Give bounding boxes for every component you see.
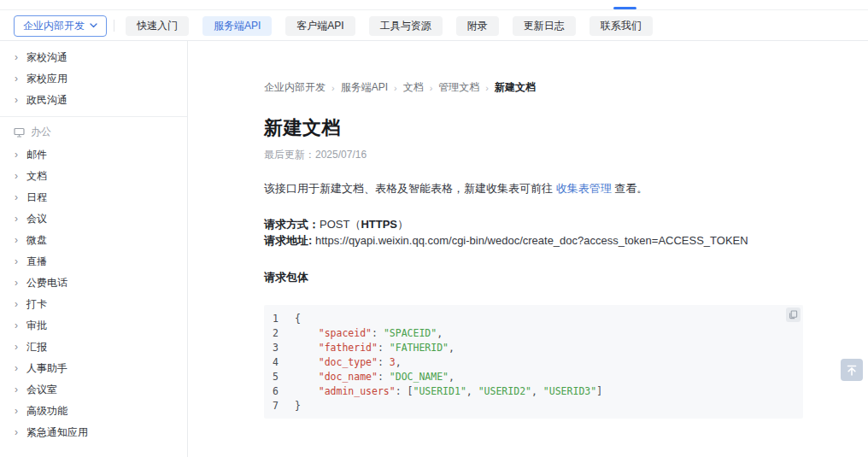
- code-block: 1{2 "spaceid": "SPACEID",3 "fatherid": "…: [264, 305, 803, 419]
- request-info: 请求方式：POST（HTTPS） 请求地址: https://qyapi.wei…: [264, 216, 868, 249]
- sidebar-item-label: 邮件: [26, 148, 47, 162]
- line-number: 5: [273, 370, 295, 384]
- sidebar-item-label: 会议室: [26, 383, 57, 397]
- sidebar-item[interactable]: ›人事助手: [0, 358, 187, 379]
- chevron-right-icon: ›: [15, 277, 26, 289]
- code-text: "spaceid": "SPACEID",: [295, 326, 443, 341]
- code-text: {: [295, 312, 301, 326]
- sidebar-item[interactable]: ›打卡: [0, 294, 187, 315]
- breadcrumb-separator: ›: [331, 83, 335, 93]
- code-token: "DOC_NAME": [390, 371, 449, 383]
- tab-appendix[interactable]: 附录: [456, 16, 499, 36]
- sidebar-item-label: 紧急通知应用: [26, 425, 88, 440]
- code-token: ,: [531, 385, 543, 397]
- sidebar-item[interactable]: ›文档: [0, 166, 187, 187]
- copy-icon: [789, 310, 798, 319]
- request-protocol: HTTPS: [361, 218, 397, 231]
- code-line: 5 "doc_name": "DOC_NAME",: [273, 370, 803, 384]
- sidebar-group-top: ›家校沟通›家校应用›政民沟通: [0, 47, 187, 111]
- chevron-right-icon: ›: [15, 51, 26, 63]
- code-token: : [: [396, 385, 413, 397]
- sidebar-item[interactable]: ›会议: [0, 208, 187, 230]
- code-token: [295, 385, 319, 397]
- sidebar-item-label: 日程: [26, 190, 47, 205]
- sidebar-item[interactable]: ›紧急通知应用: [0, 422, 187, 443]
- breadcrumb-item[interactable]: 文档: [403, 80, 424, 95]
- sidebar-item-label: 审批: [26, 319, 47, 333]
- code-token: ,: [449, 342, 455, 354]
- back-to-top-button[interactable]: [841, 359, 863, 381]
- line-number: 1: [273, 312, 295, 326]
- copy-button[interactable]: [786, 308, 801, 322]
- primary-nav-strip: [0, 0, 868, 10]
- breadcrumb-item[interactable]: 管理文档: [438, 80, 479, 95]
- code-token: ,: [466, 385, 478, 397]
- code-token: "spaceid": [319, 327, 372, 339]
- breadcrumb-separator: ›: [485, 83, 489, 93]
- code-token: ,: [437, 327, 443, 339]
- sidebar-item[interactable]: ›微盘: [0, 230, 187, 251]
- chevron-right-icon: ›: [15, 73, 26, 85]
- sidebar-item[interactable]: ›邮件: [0, 144, 187, 166]
- code-token: [295, 327, 319, 339]
- code-token: "doc_type": [319, 356, 378, 368]
- collect-form-link[interactable]: 收集表管理: [556, 182, 612, 195]
- code-text: "doc_type": 3,: [295, 355, 402, 370]
- breadcrumb-item[interactable]: 服务端API: [341, 80, 388, 95]
- code-token: "USERID2": [478, 385, 531, 397]
- sidebar-item-label: 高级功能: [26, 404, 67, 419]
- code-token: ,: [449, 371, 455, 383]
- sidebar-item[interactable]: ›家校应用: [0, 68, 187, 90]
- tab-quick-start[interactable]: 快速入门: [126, 16, 189, 36]
- tab-client-api[interactable]: 客户端API: [285, 16, 355, 36]
- tab-contact-us[interactable]: 联系我们: [589, 16, 653, 36]
- chevron-right-icon: ›: [15, 384, 26, 395]
- code-text: "fatherid": "FATHERID",: [295, 341, 455, 355]
- request-url-line: 请求地址: https://qyapi.weixin.qq.com/cgi-bi…: [264, 232, 868, 249]
- code-token: :: [378, 342, 390, 354]
- code-token: :: [378, 356, 390, 368]
- sidebar-item[interactable]: ›汇报: [0, 337, 187, 358]
- chevron-right-icon: ›: [15, 170, 26, 182]
- request-url-value: https://qyapi.weixin.qq.com/cgi-bin/wedo…: [312, 234, 748, 247]
- breadcrumb-item[interactable]: 企业内部开发: [264, 80, 326, 95]
- chevron-right-icon: ›: [15, 426, 26, 438]
- sidebar-item[interactable]: ›政民沟通: [0, 90, 187, 111]
- breadcrumb-current: 新建文档: [495, 80, 536, 95]
- sidebar-item[interactable]: ›家校沟通: [0, 47, 187, 68]
- sidebar-item[interactable]: ›审批: [0, 315, 187, 337]
- sidebar-section-office: 办公: [0, 121, 187, 143]
- intro-paragraph: 该接口用于新建文档、表格及智能表格，新建收集表可前往 收集表管理 查看。: [264, 181, 868, 196]
- breadcrumb-separator: ›: [394, 83, 397, 93]
- sidebar-item[interactable]: ›高级功能: [0, 401, 187, 422]
- chevron-right-icon: ›: [15, 213, 26, 225]
- sidebar-item-label: 家校沟通: [26, 50, 67, 65]
- sidebar-item-label: 文档: [26, 169, 47, 184]
- sidebar-item[interactable]: ›公费电话: [0, 272, 187, 294]
- code-text: "doc_name": "DOC_NAME",: [295, 370, 455, 384]
- edition-dropdown[interactable]: 企业内部开发: [14, 15, 107, 37]
- chevron-right-icon: ›: [15, 149, 26, 161]
- tab-server-api[interactable]: 服务端API: [202, 16, 272, 36]
- tab-changelog[interactable]: 更新日志: [513, 16, 576, 36]
- sidebar-item-label: 家校应用: [26, 72, 67, 86]
- tab-tools-resources[interactable]: 工具与资源: [369, 16, 443, 36]
- chevron-right-icon: ›: [15, 405, 26, 417]
- chevron-right-icon: ›: [15, 362, 26, 374]
- toolbar-divider: [114, 20, 114, 32]
- line-number: 2: [273, 326, 295, 341]
- active-tab-indicator: [613, 7, 636, 9]
- monitor-icon: [14, 127, 25, 138]
- sidebar-item[interactable]: ›会议室: [0, 379, 187, 401]
- sidebar-item[interactable]: ›日程: [0, 187, 187, 208]
- chevron-right-icon: ›: [15, 234, 26, 246]
- code-token: [295, 356, 319, 368]
- last-updated-date: 2025/07/16: [315, 149, 367, 161]
- sidebar-divider: [0, 116, 187, 117]
- sidebar-item-label: 汇报: [26, 340, 47, 354]
- chevron-right-icon: ›: [15, 319, 26, 331]
- line-number: 4: [273, 355, 295, 370]
- request-method-close: ）: [397, 218, 408, 231]
- sidebar-item[interactable]: ›直播: [0, 251, 187, 272]
- chevron-right-icon: ›: [15, 94, 26, 106]
